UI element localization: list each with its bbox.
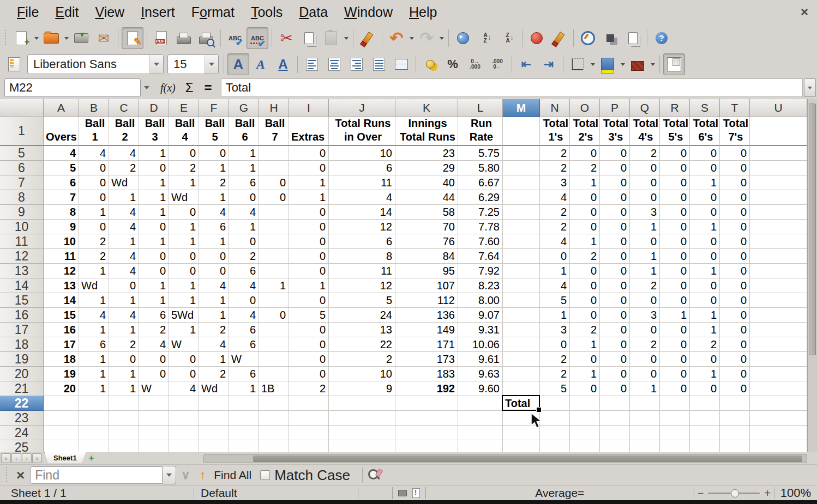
formula-bar-expand-icon[interactable] [804, 78, 816, 97]
edit-mode-icon[interactable]: ✎ [122, 27, 143, 49]
cell-U1[interactable] [750, 117, 807, 146]
cell-S23[interactable] [690, 411, 720, 426]
cell-A8[interactable]: 7 [44, 190, 79, 205]
cell-N1[interactable]: Total 1's [540, 117, 570, 146]
cell-E17[interactable]: 1 [169, 323, 199, 337]
cell-F18[interactable]: 4 [199, 337, 229, 352]
cell-B8[interactable]: 0 [79, 190, 109, 205]
name-box-dropdown-icon[interactable] [141, 79, 153, 96]
cell-B7[interactable]: 0 [79, 175, 109, 190]
cell-G5[interactable]: 1 [229, 146, 259, 161]
align-right-icon[interactable] [346, 53, 368, 75]
cell-E1[interactable]: Ball 4 [169, 117, 199, 146]
cell-O25[interactable] [570, 440, 600, 452]
sort-ascending-icon[interactable]: AZ↓ [474, 27, 496, 49]
row-header-1[interactable]: 1 [0, 117, 44, 146]
cell-H10[interactable] [259, 220, 289, 234]
cell-D23[interactable] [139, 411, 169, 426]
cell-K16[interactable]: 136 [395, 308, 458, 323]
cell-K7[interactable]: 40 [395, 175, 458, 190]
row-header-15[interactable]: 15 [0, 293, 44, 308]
cell-L11[interactable]: 7.60 [458, 234, 503, 249]
cell-D14[interactable]: 1 [139, 278, 169, 293]
first-sheet-icon[interactable]: « [1, 453, 11, 463]
paste-icon[interactable] [320, 27, 342, 49]
cell-T1[interactable]: Total 7's [720, 117, 750, 146]
cell-N22[interactable] [540, 396, 570, 411]
cell-R24[interactable] [660, 426, 690, 440]
cell-G7[interactable]: 6 [229, 175, 259, 190]
cell-L21[interactable]: 9.60 [458, 381, 503, 396]
zoom-slider[interactable] [708, 493, 760, 494]
cell-G15[interactable]: 0 [229, 293, 259, 308]
cell-T8[interactable]: 0 [720, 190, 750, 205]
cell-D9[interactable]: 1 [139, 205, 169, 220]
cell-K21[interactable]: 192 [395, 381, 458, 396]
auto-spellcheck-icon[interactable]: ABC✔ [247, 27, 268, 49]
cell-I14[interactable]: 1 [289, 278, 329, 293]
cell-J8[interactable]: 4 [329, 190, 395, 205]
cell-T5[interactable]: 0 [720, 146, 750, 161]
cell-R12[interactable]: 0 [660, 249, 690, 264]
cell-B25[interactable] [79, 440, 109, 452]
cell-H21[interactable]: 1B [259, 381, 289, 396]
cell-L25[interactable] [458, 440, 503, 452]
cell-J12[interactable]: 8 [329, 249, 395, 264]
cell-T11[interactable]: 0 [720, 234, 750, 249]
styles-panel-icon[interactable] [3, 53, 25, 75]
font-name-dropdown-icon[interactable] [149, 55, 163, 74]
cell-K17[interactable]: 149 [395, 323, 458, 337]
cell-R21[interactable]: 0 [660, 381, 690, 396]
cell-P5[interactable]: 0 [600, 146, 630, 161]
cell-S22[interactable] [690, 396, 720, 411]
cell-I13[interactable]: 0 [289, 264, 329, 278]
cell-J21[interactable]: 9 [329, 381, 395, 396]
cell-T21[interactable]: 0 [720, 381, 750, 396]
email-icon[interactable]: ✉ [93, 27, 115, 49]
cell-N15[interactable]: 5 [540, 293, 570, 308]
cell-O14[interactable]: 0 [570, 278, 600, 293]
row-header-16[interactable]: 16 [0, 308, 44, 323]
cell-N21[interactable]: 5 [540, 381, 570, 396]
cell-I23[interactable] [289, 411, 329, 426]
cell-F10[interactable]: 6 [199, 220, 229, 234]
cell-S5[interactable]: 0 [690, 146, 720, 161]
cell-L18[interactable]: 10.06 [458, 337, 503, 352]
cell-B22[interactable] [79, 396, 109, 411]
find-next-icon[interactable]: ∨ [176, 468, 195, 482]
insert-mode-indicator[interactable] [393, 485, 412, 501]
column-header-R[interactable]: R [660, 99, 690, 117]
cell-J20[interactable]: 10 [329, 367, 395, 381]
cell-S15[interactable]: 0 [690, 293, 720, 308]
cell-S14[interactable]: 0 [690, 278, 720, 293]
cell-N10[interactable]: 2 [540, 220, 570, 234]
cell-U11[interactable] [750, 234, 807, 249]
cell-L22[interactable] [458, 396, 503, 411]
find-and-replace-icon[interactable] [367, 468, 381, 482]
cell-L14[interactable]: 8.23 [458, 278, 503, 293]
cell-L1[interactable]: Run Rate [458, 117, 503, 146]
cell-D11[interactable]: 1 [139, 234, 169, 249]
cell-K22[interactable] [395, 396, 458, 411]
column-header-N[interactable]: N [540, 99, 570, 117]
column-header-I[interactable]: I [289, 99, 329, 117]
cell-T24[interactable] [720, 426, 750, 440]
font-size-combo[interactable]: 15 [167, 54, 219, 74]
cell-C24[interactable] [109, 426, 139, 440]
cell-S16[interactable]: 1 [690, 308, 720, 323]
cell-L9[interactable]: 7.25 [458, 205, 503, 220]
cell-M20[interactable] [503, 367, 540, 381]
cell-K25[interactable] [395, 440, 458, 452]
save-icon[interactable]: ▼ [70, 27, 92, 49]
gallery-icon[interactable] [526, 27, 548, 49]
cell-R6[interactable]: 0 [660, 161, 690, 175]
undo-dropdown-icon[interactable] [408, 28, 415, 48]
cell-L23[interactable] [458, 411, 503, 426]
navigator-icon[interactable] [577, 27, 599, 49]
cell-O17[interactable]: 2 [570, 323, 600, 337]
cell-U21[interactable] [750, 381, 807, 396]
cell-S11[interactable]: 0 [690, 234, 720, 249]
cell-F6[interactable]: 1 [199, 161, 229, 175]
cell-C16[interactable]: 4 [109, 308, 139, 323]
cell-O13[interactable]: 0 [570, 264, 600, 278]
